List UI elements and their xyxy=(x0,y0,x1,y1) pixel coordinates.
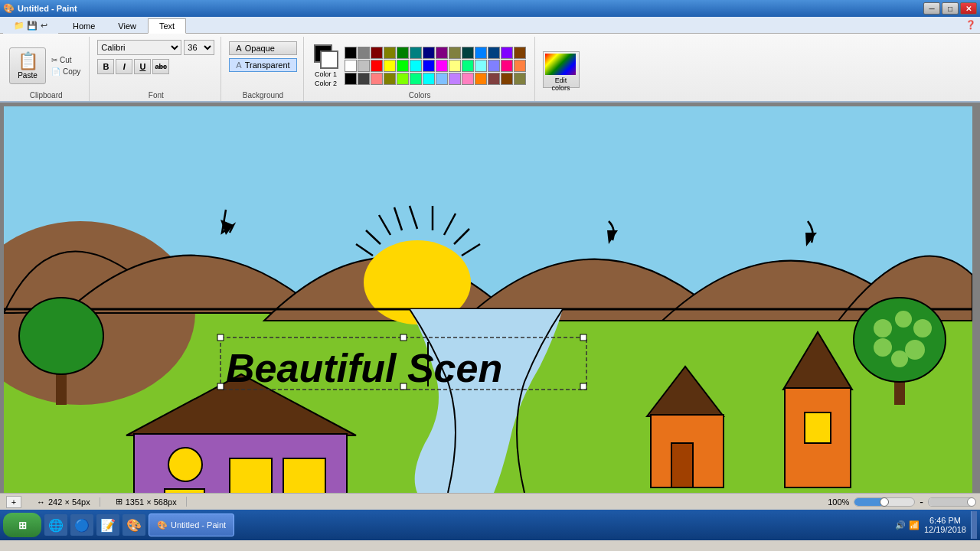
font-section: Calibri 36 B I U abc Font xyxy=(91,37,221,101)
paint-canvas[interactable]: Beautiful Scen xyxy=(4,106,972,493)
palette-color[interactable] xyxy=(514,60,526,72)
start-button[interactable]: ⊞ xyxy=(3,513,41,537)
palette-color[interactable] xyxy=(397,60,409,72)
ie-button[interactable]: 🌐 xyxy=(44,514,67,536)
minimize-button[interactable]: ─ xyxy=(923,2,940,15)
quick-access-bar[interactable]: 📁 💾 ↩ xyxy=(14,21,47,31)
palette-color[interactable] xyxy=(410,60,422,72)
underline-button[interactable]: U xyxy=(134,59,151,74)
zoom-section: 100% - xyxy=(828,496,974,508)
help-button[interactable]: ❓ xyxy=(965,18,977,31)
zoom-slider[interactable] xyxy=(854,497,915,507)
palette-color[interactable] xyxy=(475,47,487,59)
palette-color[interactable] xyxy=(384,73,396,85)
title-bar: 🎨 Untitled - Paint ─ □ ✕ xyxy=(0,0,980,17)
zoom-thumb[interactable] xyxy=(880,497,889,507)
palette-color[interactable] xyxy=(423,73,435,85)
date-display: 12/19/2018 xyxy=(924,525,966,534)
show-desktop-button[interactable] xyxy=(971,511,977,539)
zoom-minus[interactable]: - xyxy=(920,496,923,508)
palette-color[interactable] xyxy=(462,60,474,72)
scene-svg: Beautiful Scen xyxy=(4,106,972,493)
strikethrough-button[interactable]: abc xyxy=(152,59,169,74)
canvas-container: Beautiful Scen xyxy=(0,103,980,493)
palette-color[interactable] xyxy=(384,60,396,72)
palette-color[interactable] xyxy=(436,73,448,85)
font-size-select[interactable]: 36 xyxy=(184,40,214,55)
taskbar-right: 🔊 📶 6:46 PM 12/19/2018 xyxy=(895,511,977,539)
palette-color[interactable] xyxy=(397,47,409,59)
palette-color[interactable] xyxy=(514,73,526,85)
color1-label: Color 1 xyxy=(314,70,338,78)
close-button[interactable]: ✕ xyxy=(960,2,977,15)
cut-button[interactable]: ✂Cut xyxy=(49,55,83,65)
svg-text:Beautiful Scen: Beautiful Scen xyxy=(226,346,502,390)
colors-label: Colors xyxy=(409,91,431,101)
palette-color[interactable] xyxy=(436,47,448,59)
palette-color[interactable] xyxy=(397,73,409,85)
tab-text[interactable]: Text xyxy=(148,18,186,34)
paint-taskbar-button[interactable]: 🎨 xyxy=(122,514,145,536)
palette-color[interactable] xyxy=(358,47,370,59)
palette-color[interactable] xyxy=(410,73,422,85)
add-canvas-button[interactable]: + xyxy=(6,496,21,508)
palette-color[interactable] xyxy=(371,60,383,72)
palette-color[interactable] xyxy=(384,47,396,59)
palette-color[interactable] xyxy=(345,47,357,59)
palette-color[interactable] xyxy=(462,73,474,85)
bold-button[interactable]: B xyxy=(97,59,114,74)
edit-colors-button[interactable]: Edit colors xyxy=(543,51,580,88)
palette-color[interactable] xyxy=(488,60,500,72)
tab-view[interactable]: View xyxy=(106,18,148,33)
time-display: 6:46 PM xyxy=(924,516,966,525)
palette-color[interactable] xyxy=(501,73,513,85)
palette-color[interactable] xyxy=(488,47,500,59)
copy-button[interactable]: 📄Copy xyxy=(49,67,83,77)
title-bar-left: 🎨 Untitled - Paint xyxy=(3,3,77,14)
palette-color[interactable] xyxy=(371,73,383,85)
color2-swatch[interactable] xyxy=(320,51,338,69)
palette-color[interactable] xyxy=(345,73,357,85)
sys-tray: 🔊 📶 xyxy=(895,520,920,530)
clock[interactable]: 6:46 PM 12/19/2018 xyxy=(924,516,966,534)
palette-color[interactable] xyxy=(514,47,526,59)
zoom-bar-thumb[interactable] xyxy=(967,497,976,507)
tab-home[interactable]: Home xyxy=(61,18,106,33)
paste-button[interactable]: 📋 Paste xyxy=(9,47,46,84)
palette-color[interactable] xyxy=(449,60,461,72)
svg-rect-34 xyxy=(671,443,693,487)
svg-rect-30 xyxy=(283,458,325,493)
palette-color[interactable] xyxy=(358,60,370,72)
palette-color[interactable] xyxy=(449,73,461,85)
speaker-icon[interactable]: 🔊 xyxy=(895,520,906,530)
opaque-button[interactable]: A Opaque xyxy=(229,41,296,55)
palette-color[interactable] xyxy=(436,60,448,72)
word-button[interactable]: 📝 xyxy=(96,514,119,536)
palette-color[interactable] xyxy=(475,60,487,72)
palette-color[interactable] xyxy=(449,47,461,59)
palette-color[interactable] xyxy=(358,73,370,85)
palette-color[interactable] xyxy=(462,47,474,59)
palette-color[interactable] xyxy=(423,47,435,59)
zoom-level: 100% xyxy=(828,497,849,507)
color-swatches: Color 1 Color 2 xyxy=(314,44,338,87)
maximize-button[interactable]: □ xyxy=(942,2,959,15)
palette-color[interactable] xyxy=(475,73,487,85)
palette-color[interactable] xyxy=(488,73,500,85)
italic-button[interactable]: I xyxy=(116,59,132,74)
palette-color[interactable] xyxy=(345,60,357,72)
chrome-button[interactable]: 🔵 xyxy=(70,514,93,536)
palette-color[interactable] xyxy=(501,60,513,72)
font-family-select[interactable]: Calibri xyxy=(97,40,181,55)
network-icon[interactable]: 📶 xyxy=(909,520,920,530)
svg-point-24 xyxy=(891,350,908,367)
palette-color[interactable] xyxy=(410,47,422,59)
palette-color[interactable] xyxy=(423,60,435,72)
transparent-button[interactable]: A Transparent xyxy=(229,58,296,72)
edit-colors-section: Edit colors xyxy=(537,37,586,101)
paint-active-button[interactable]: 🎨 Untitled - Paint xyxy=(149,514,234,536)
selection-size-section: ↔ 242 × 54px xyxy=(37,497,100,507)
palette-color[interactable] xyxy=(371,47,383,59)
palette-color[interactable] xyxy=(501,47,513,59)
svg-rect-45 xyxy=(217,383,224,390)
